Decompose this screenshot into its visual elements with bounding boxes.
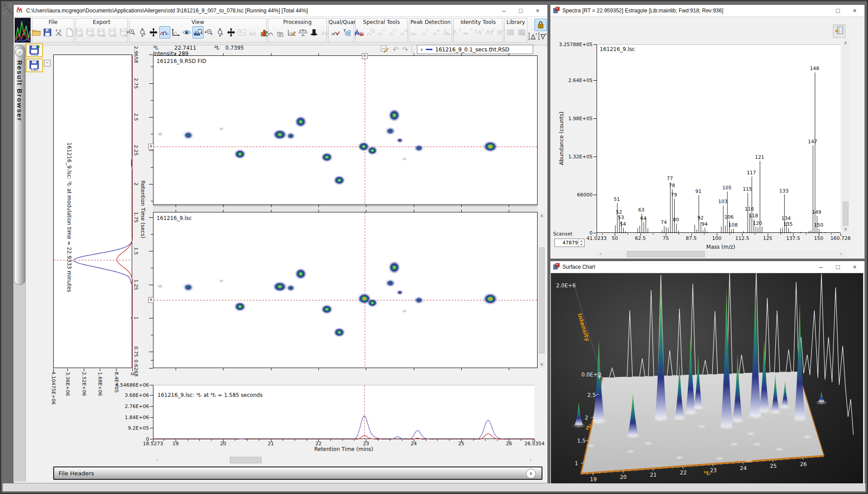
minimize-button[interactable]: – <box>497 6 511 16</box>
crosshair-horizontal-handle[interactable]: + <box>148 144 154 149</box>
library-open-icon[interactable] <box>505 26 516 39</box>
peak-blob[interactable] <box>286 132 295 140</box>
stacked-view-icon[interactable] <box>248 26 259 39</box>
spectrum-horizontal-scrollbar[interactable]: ‹ › <box>597 251 845 258</box>
zoom-horizontal-icon[interactable] <box>126 26 137 39</box>
chevron-down-icon[interactable]: ∨ <box>420 47 423 52</box>
zoom-horizontal-2-icon[interactable] <box>204 26 215 39</box>
export-csv-icon[interactable]: CSV <box>85 26 96 39</box>
peak-blob[interactable] <box>401 309 408 313</box>
scroll-right-icon[interactable]: › <box>527 457 534 463</box>
scroll-up-icon[interactable]: ∧ <box>842 40 849 46</box>
plot-splitter[interactable] <box>153 205 538 212</box>
library-edit-icon[interactable] <box>516 26 527 39</box>
peak-blob[interactable] <box>321 304 333 314</box>
peak-blob[interactable] <box>367 298 378 308</box>
pan-2-icon[interactable] <box>226 26 237 39</box>
qualify-molecules-icon[interactable]: ? <box>341 26 352 39</box>
scroll-left-icon[interactable]: ‹ <box>597 251 604 257</box>
crosshair-vertical-handle[interactable]: + <box>362 53 368 59</box>
peak-blob[interactable] <box>218 126 225 131</box>
lock-icon[interactable] <box>534 19 547 31</box>
middle-plot-vertical-scrollbar[interactable]: ∧ ∨ <box>538 212 545 368</box>
peak-detect-icon[interactable] <box>408 26 420 39</box>
peak-blob[interactable] <box>385 127 396 135</box>
scanset-spinner[interactable]: 47879 ▲▼ <box>554 239 585 247</box>
peak-blob[interactable] <box>414 296 424 304</box>
overlay-traces-icon[interactable] <box>159 26 170 39</box>
maximize-button[interactable]: □ <box>514 6 528 16</box>
modulation-profile-plot[interactable] <box>53 55 132 368</box>
peak-blob[interactable] <box>183 283 194 292</box>
peak-blob[interactable] <box>388 109 401 122</box>
tophat-filter-icon[interactable] <box>309 26 320 39</box>
trace-selector-dropdown[interactable]: ∨ 161216_9_0.1_secs.tht.RSD <box>417 45 533 54</box>
close-button[interactable]: × <box>848 262 862 272</box>
smooth-icon[interactable] <box>264 26 275 39</box>
scrollbar-thumb[interactable] <box>843 202 848 226</box>
annotate-icon[interactable] <box>380 44 389 55</box>
maximize-button[interactable]: □ <box>831 6 845 16</box>
zoom-vertical-2-icon[interactable] <box>215 26 226 39</box>
app-logo[interactable] <box>15 18 31 44</box>
scroll-down-icon[interactable]: ∨ <box>842 226 849 232</box>
file-headers-bar[interactable]: File Headers <box>53 467 542 480</box>
open-file-icon[interactable] <box>31 26 42 39</box>
peak-blob[interactable] <box>272 281 287 292</box>
scroll-up-icon[interactable]: ∧ <box>538 213 545 219</box>
threshold-up-icon[interactable]: x <box>527 31 538 42</box>
spinner-arrows-icon[interactable]: ▲▼ <box>578 239 584 247</box>
identify-peak-icon[interactable]: + <box>451 26 462 39</box>
peak-blob[interactable] <box>401 157 408 161</box>
spectral-clean-icon[interactable]: W <box>398 26 409 39</box>
quant-check-icon[interactable] <box>330 26 341 39</box>
peak-blob[interactable] <box>272 129 287 140</box>
axes-scale-icon[interactable] <box>170 26 181 39</box>
spectrum-table-button[interactable] <box>833 24 845 38</box>
peak-blob[interactable] <box>396 290 404 295</box>
scrollbar-thumb[interactable] <box>539 247 545 353</box>
threshold-down-icon[interactable]: x <box>537 31 547 42</box>
result-browser-expand-button[interactable]: › <box>15 48 24 57</box>
mass-spectrum-plot[interactable] <box>597 44 841 233</box>
identify-list-icon[interactable]: + <box>473 26 484 39</box>
collapse-panel-button[interactable]: − <box>44 60 51 67</box>
crosshair-horizontal-handle[interactable]: + <box>148 297 154 303</box>
peak-blob[interactable] <box>396 137 404 143</box>
minimize-button[interactable]: – <box>814 262 828 272</box>
undo-icon[interactable]: ↶ <box>393 45 399 54</box>
spectral-subtract-icon[interactable] <box>387 26 398 39</box>
export-raw-icon[interactable]: RAW <box>96 26 107 39</box>
peak-remove-icon[interactable] <box>431 26 442 39</box>
scroll-down-icon[interactable]: ∨ <box>538 361 545 367</box>
zoom-vertical-icon[interactable] <box>137 26 148 39</box>
spectral-average-icon[interactable]: ↔ <box>376 26 387 39</box>
balance-icon[interactable] <box>298 26 309 39</box>
peak-blob[interactable] <box>367 146 378 155</box>
visibility-eye-icon[interactable] <box>181 26 192 39</box>
maximize-button[interactable]: □ <box>831 262 845 272</box>
close-button[interactable]: × <box>530 6 545 16</box>
peak-blob[interactable] <box>321 152 333 162</box>
contour-plot-lsc[interactable] <box>153 212 538 368</box>
scrollbar-thumb[interactable] <box>230 457 262 463</box>
identify-target-icon[interactable]: T+ <box>484 26 495 39</box>
scroll-right-icon[interactable]: › <box>838 251 844 257</box>
peak-blob[interactable] <box>218 278 225 283</box>
peak-blob[interactable] <box>234 302 246 312</box>
deconvolve-icon[interactable]: DEC <box>275 26 287 39</box>
close-button[interactable]: × <box>848 6 862 16</box>
peak-blob[interactable] <box>385 279 396 287</box>
peak-blob[interactable] <box>295 268 307 279</box>
peak-blob[interactable] <box>483 293 499 305</box>
save-icon[interactable] <box>42 26 53 39</box>
baseline-edit-icon[interactable] <box>287 26 298 39</box>
redo-icon[interactable]: ↷ <box>402 45 408 54</box>
export-msd-icon[interactable]: MSD <box>107 26 118 39</box>
scrollbar-thumb[interactable] <box>627 251 705 257</box>
scroll-left-icon[interactable]: ‹ <box>154 457 160 463</box>
plots-horizontal-scrollbar[interactable]: ‹ › <box>153 456 534 464</box>
spectral-display-icon[interactable] <box>354 26 365 39</box>
pan-icon[interactable] <box>148 26 159 39</box>
new-document-icon[interactable] <box>64 26 75 39</box>
